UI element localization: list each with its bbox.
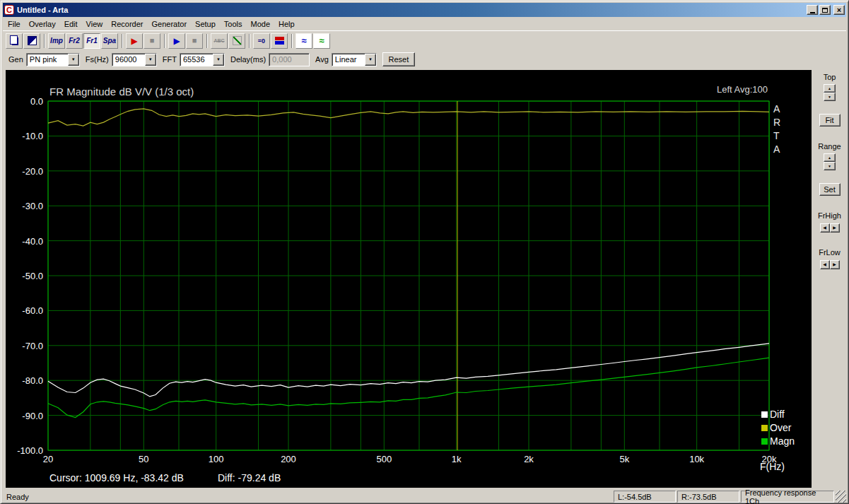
top-down-button[interactable]: ▼ (824, 93, 836, 101)
frlow-left-button[interactable]: ◀ (820, 260, 830, 269)
main-toolbar: Imp Fr2 Fr1 Spa ▶ ■ ▶ ■ ABC =0 ≈ ≈ (3, 30, 846, 50)
x-tick-label: 50 (139, 454, 148, 464)
y-tick-label: -70.0 (22, 341, 43, 351)
level-zero-button[interactable]: =0 (253, 33, 270, 49)
arta-window: C Untitled - Arta × File Overlay Edit Vi… (0, 0, 849, 504)
calibrate-button[interactable]: ABC (211, 33, 228, 49)
level-bars-button[interactable] (271, 33, 288, 49)
maximize-button[interactable] (819, 5, 831, 15)
title-bar[interactable]: C Untitled - Arta × (3, 3, 846, 17)
window-controls: × (807, 5, 845, 15)
new-file-icon (10, 35, 18, 45)
record-icon: ▶ (131, 37, 137, 45)
delay-label: Delay(ms) (230, 55, 266, 64)
x-tick-label: 500 (376, 454, 392, 464)
x-tick-label: 1k (452, 454, 462, 464)
y-tick-label: -40.0 (22, 236, 43, 247)
menu-file[interactable]: File (4, 18, 25, 30)
wave-generator-button[interactable]: ≈ (313, 33, 330, 49)
curve-magn (48, 358, 769, 417)
menu-recorder[interactable]: Recorder (107, 18, 147, 30)
arta-app-icon: C (4, 5, 14, 15)
frlow-right-button[interactable]: ▶ (830, 260, 840, 269)
impulse-mode-button[interactable]: Imp (48, 33, 65, 49)
x-axis-label: F(Hz) (760, 461, 785, 472)
menu-edit[interactable]: Edit (60, 18, 82, 30)
fft-dropdown-icon[interactable]: ▼ (213, 54, 224, 66)
menu-setup[interactable]: Setup (191, 18, 220, 30)
play-button[interactable]: ▶ (168, 33, 185, 49)
averaging-select[interactable]: Linear ▼ (332, 53, 377, 66)
reset-button[interactable]: Reset (382, 52, 415, 66)
menu-view[interactable]: View (82, 18, 107, 30)
menu-overlay[interactable]: Overlay (25, 18, 60, 30)
fft-size-value: 65536 (180, 54, 213, 66)
cursor-readout: Cursor: 1009.69 Hz, -83.42 dB (49, 472, 184, 484)
y-tick-label: -50.0 (22, 271, 43, 281)
scale-button[interactable] (228, 33, 245, 49)
curve-over (48, 109, 769, 126)
frhigh-left-button[interactable]: ◀ (820, 223, 830, 233)
chart-area: 0.0-10.0-20.0-30.0-40.0-50.0-60.0-70.0-8… (6, 70, 812, 488)
generator-value: PN pink (27, 54, 68, 66)
menu-tools[interactable]: Tools (220, 18, 247, 30)
fs-label: Fs(Hz) (86, 55, 109, 64)
watermark-letter: A (773, 143, 780, 155)
y-tick-label: -30.0 (22, 201, 43, 211)
new-file-button[interactable] (6, 33, 23, 49)
frlow-label: FrLow (819, 248, 841, 257)
sine-wave-icon: ≈ (301, 37, 306, 45)
fr2-mode-button[interactable]: Fr2 (66, 33, 83, 49)
stop-record-icon: ■ (150, 37, 155, 45)
window-title: Untitled - Arta (17, 6, 807, 14)
legend-swatch-diff (761, 411, 768, 418)
toolbar-separator (44, 34, 45, 48)
fit-button[interactable]: Fit (819, 114, 841, 127)
fr2-mode-label: Fr2 (69, 37, 80, 45)
close-button[interactable]: × (833, 5, 845, 15)
frhigh-spinner: ◀ ▶ (820, 223, 840, 233)
sine-generator-button[interactable]: ≈ (295, 33, 312, 49)
menu-generator[interactable]: Generator (148, 18, 192, 30)
y-tick-label: -90.0 (22, 411, 43, 421)
signal-window-button[interactable] (23, 33, 40, 49)
toolbar-separator (122, 34, 123, 48)
generator-dropdown-icon[interactable]: ▼ (68, 54, 79, 66)
set-button[interactable]: Set (819, 183, 841, 196)
level-bars-icon (275, 37, 284, 45)
frlow-spinner: ◀ ▶ (820, 260, 840, 269)
curve-diff (48, 344, 769, 397)
range-up-button[interactable]: ▲ (824, 153, 836, 162)
toolbar-separator (164, 34, 165, 48)
legend-label-over: Over (770, 422, 792, 433)
stop-record-button[interactable]: ■ (144, 33, 160, 49)
generator-select[interactable]: PN pink ▼ (26, 53, 80, 66)
top-spinner: ▲ ▼ (824, 84, 836, 101)
fr1-mode-button[interactable]: Fr1 (83, 33, 100, 49)
status-bar: Ready L:-54.5dB R:-73.5dB Frequency resp… (3, 489, 846, 503)
frhigh-right-button[interactable]: ▶ (830, 223, 840, 233)
top-up-button[interactable]: ▲ (824, 84, 836, 93)
spa-mode-button[interactable]: Spa (101, 33, 118, 49)
menu-mode[interactable]: Mode (246, 18, 274, 30)
fr-magnitude-chart[interactable]: 0.0-10.0-20.0-30.0-40.0-50.0-60.0-70.0-8… (6, 70, 812, 488)
y-tick-label: -100.0 (17, 445, 43, 456)
top-label: Top (824, 73, 836, 81)
delay-input[interactable] (269, 53, 310, 66)
fft-size-select[interactable]: 65536 ▼ (180, 53, 225, 66)
frhigh-label: FrHigh (818, 211, 841, 220)
menu-help[interactable]: Help (274, 18, 299, 30)
resize-grip[interactable] (836, 491, 846, 503)
range-down-button[interactable]: ▼ (824, 162, 836, 170)
stop-play-button[interactable]: ■ (186, 33, 203, 49)
sample-rate-select[interactable]: 96000 ▼ (112, 53, 157, 66)
averaging-dropdown-icon[interactable]: ▼ (365, 54, 376, 66)
minimize-button[interactable] (807, 5, 818, 15)
record-button[interactable]: ▶ (126, 33, 143, 49)
fr1-mode-label: Fr1 (86, 37, 98, 45)
range-spinner: ▲ ▼ (824, 153, 836, 170)
maximize-icon (822, 8, 828, 13)
toolbar-separator (249, 34, 250, 48)
sample-rate-dropdown-icon[interactable]: ▼ (145, 54, 156, 66)
chart-title: FR Magnitude dB V/V (1/3 oct) (49, 86, 194, 98)
